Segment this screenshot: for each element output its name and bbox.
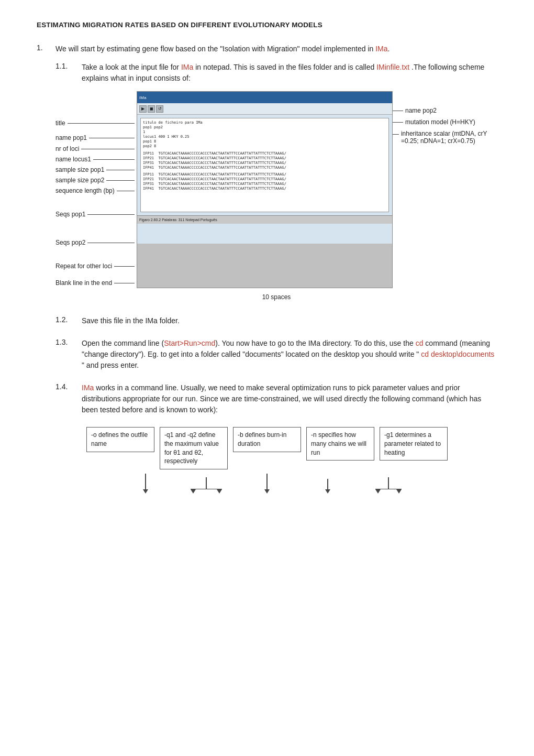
section-1-content: We will start by estimating gene flow ba… [55,43,497,54]
screen-line-6: pop2 8 [143,144,386,149]
sub-1-4-content: IMa works in a command line. Usually, we… [82,382,497,415]
sub-1-1-number: 1.1. [55,62,82,84]
screenshot-area: title name pop1 nr of loci name locus1 s… [55,91,497,288]
cmd-box-g1: -g1 determines a parameter related to he… [380,427,448,461]
sub-1-2-row: 1.2. Save this file in the IMa folder. [55,315,497,326]
arrow-b [239,474,295,494]
toolbar-btn-2[interactable]: ◼ [148,105,155,113]
screen-line-7: IFP11 TGTCACAACTAAAACCCCCACCCTAACTAATATT… [143,151,386,156]
ten-spaces-label: 10 spaces [55,293,497,301]
screen-line-2: pop1 pop2 [143,125,386,130]
label-title: title [55,117,137,129]
screen-line-9: IFP31 TGTCACAACTAAAACCCCCACCCTAACTAATATT… [143,161,386,166]
screen-line-11: IFP11 TGTCACAACTAAAACCCCCACCCTAACTAATATT… [143,172,386,177]
label-seqs-pop1: Seqs pop1 [55,209,137,220]
label-sample-pop2: sample size pop2 [55,175,137,185]
sub-section-1-3: 1.3. Open the command line (Start>Run>cm… [55,338,497,371]
label-nr-loci: nr of loci [55,144,137,154]
right-labels: name pop2 mutation model (H=HKY) inherit… [393,91,497,288]
screen-statusbar: Figaro 2.60.2 Palabras: 311 Notepad Port… [137,215,392,224]
screen-line-8: IFP21 TGTCACAACTAAAACCCCCACCCTAACTAATATT… [143,156,386,161]
toolbar-btn-3[interactable]: ↺ [156,105,163,113]
sub-1-3-row: 1.3. Open the command line (Start>Run>cm… [55,338,497,371]
screen-line-13: IFP31 TGTCACAACTAAAACCCCCACCCTAACTAATATT… [143,182,386,187]
ima-link-1[interactable]: IMa [375,45,387,53]
screenshot-image: IMa ▶ ◼ ↺ titulo de ficheiro para IMa po… [137,91,393,288]
screen-line-1: titulo de ficheiro para IMa [143,120,386,125]
cmd-box-o: -o defines the outfile name [86,427,154,452]
cmd-box-q: -q1 and -q2 define the maximum value for… [160,427,228,469]
arrow-g1 [361,477,416,494]
screen-line-12: IFP21 TGTCACAACTAAAACCCCCACCCTAACTAATATT… [143,177,386,182]
left-labels: title name pop1 nr of loci name locus1 s… [55,91,137,288]
cmd-boxes-row: -o defines the outfile name -q1 and -q2 … [47,427,487,469]
right-label-name-pop2: name pop2 [393,107,497,114]
screen-status-text: Figaro 2.60.2 Palabras: 311 Notepad Port… [139,218,217,222]
arrows-row [47,474,487,494]
ima-link-3[interactable]: IMa [82,384,94,392]
sub-section-1-2: 1.2. Save this file in the IMa folder. [55,315,497,326]
ima-link-2[interactable]: IMa [181,63,193,71]
screen-text-editor: titulo de ficheiro para IMa pop1 pop2 1 … [140,118,389,212]
arrow-o [118,474,173,494]
screen-line-3: 1 [143,130,386,135]
arrow-n [300,479,355,494]
section-1-number: 1. [37,43,55,54]
sub-1-2-content: Save this file in the IMa folder. [82,315,497,326]
sub-1-4-number: 1.4. [55,382,82,415]
sub-section-1-1: 1.1. Take a look at the input file for I… [55,62,497,301]
cmd-annotation-area: -o defines the outfile name -q1 and -q2 … [37,427,497,494]
label-blank-line: Blank line in the end [55,278,137,288]
cmd-box-n: -n specifies how many chains we will run [306,427,374,461]
section-1: 1. We will start by estimating gene flow… [37,43,497,54]
sub-1-3-number: 1.3. [55,338,82,371]
label-seqs-pop2: Seqs pop2 [55,237,137,248]
label-sample-pop1: sample size pop1 [55,165,137,175]
screen-title-text: IMa [139,95,146,100]
right-label-mutation: mutation model (H=HKY) [393,118,497,126]
toolbar-btn-1[interactable]: ▶ [139,105,147,113]
sub-1-1-content: Take a look at the input file for IMa in… [82,62,497,84]
sub-1-1-row: 1.1. Take a look at the input file for I… [55,62,497,84]
label-name-pop1: name pop1 [55,132,137,144]
label-repeat: Repeat for other loci [55,261,137,271]
page-title: ESTIMATING MIGRATION RATES BASED ON DIFF… [37,21,497,29]
screen-titlebar: IMa [137,92,392,103]
sub-1-3-content: Open the command line (Start>Run>cmd). Y… [82,338,497,371]
cd-link[interactable]: cd [416,339,424,347]
screen-toolbar: ▶ ◼ ↺ [137,103,392,115]
arrow-q [179,477,234,494]
sub-1-4-row: 1.4. IMa works in a command line. Usuall… [55,382,497,415]
right-label-inheritance: inheritance scalar (mtDNA, crY =0.25; nD… [393,130,497,145]
cd-path-link[interactable]: cd desktop\documents [421,350,494,358]
screen-line-15 [143,195,386,200]
screen-line-10: IFP41 TGTCACAACTAAAACCCCCACCCTAACTAATATT… [143,166,386,170]
screen-content: ▶ ◼ ↺ titulo de ficheiro para IMa pop1 p… [137,103,392,244]
screen-line-4: locus1 400 1 HKY 0.25 [143,135,386,139]
sub-1-2-number: 1.2. [55,315,82,326]
iminfile-link[interactable]: IMinfile.txt [376,63,409,71]
sub-section-1-4: 1.4. IMa works in a command line. Usuall… [55,382,497,415]
cmd-box-b: -b defines burn-in duration [233,427,301,452]
label-seq-length: sequence length (bp) [55,185,137,196]
screen-line-5: pop1 8 [143,139,386,144]
screen-line-14: IFP41 TGTCACAACTAAAACCCCCACCCTAACTAATATT… [143,187,386,191]
cmd-link-1[interactable]: Start>Run>cmd [164,339,215,347]
label-name-locus1: name locus1 [55,154,137,165]
